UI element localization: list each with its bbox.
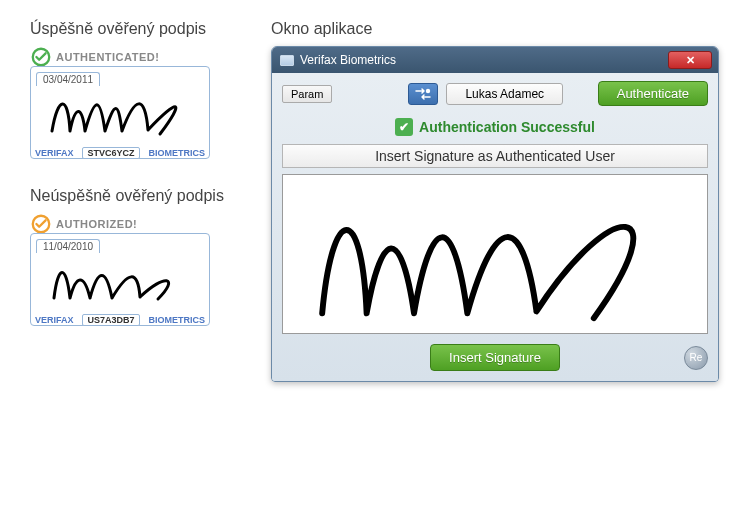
signature-icon bbox=[37, 86, 203, 141]
signature-date: 03/04/2011 bbox=[36, 72, 100, 86]
app-window: Verifax Biometrics ✕ Param Lukas Adamec … bbox=[271, 46, 719, 382]
authenticate-button[interactable]: Authenticate bbox=[598, 81, 708, 106]
auth-status: ✔ Authentication Successful bbox=[282, 118, 708, 136]
user-button[interactable]: Lukas Adamec bbox=[446, 83, 563, 105]
app-window-title-label: Okno aplikace bbox=[271, 20, 719, 38]
signature-code: US7A3DB7 bbox=[82, 314, 139, 326]
auth-status-text: Authentication Successful bbox=[419, 119, 595, 135]
check-ring-icon bbox=[30, 46, 52, 68]
re-button[interactable]: Re bbox=[684, 346, 708, 370]
insert-label-bar: Insert Signature as Authenticated User bbox=[282, 144, 708, 168]
badge-label: AUTHENTICATED! bbox=[56, 51, 159, 63]
brand-right: BIOMETRICS bbox=[148, 315, 205, 325]
window-icon bbox=[280, 55, 294, 66]
window-title: Verifax Biometrics bbox=[300, 53, 662, 67]
badge-label: AUTHORIZED! bbox=[56, 218, 137, 230]
titlebar[interactable]: Verifax Biometrics ✕ bbox=[272, 47, 718, 73]
signature-code: STVC6YCZ bbox=[82, 147, 139, 159]
signature-card-authorized: AUTHORIZED! 11/04/2010 VERIFAX US7A3DB7 … bbox=[30, 213, 210, 326]
svg-point-2 bbox=[426, 88, 430, 92]
check-ring-icon bbox=[30, 213, 52, 235]
success-title: Úspěšně ověřený podpis bbox=[30, 20, 241, 38]
brand-left: VERIFAX bbox=[35, 148, 74, 158]
signature-icon bbox=[37, 253, 203, 308]
brand-right: BIOMETRICS bbox=[148, 148, 205, 158]
signature-canvas[interactable] bbox=[282, 174, 708, 334]
signature-card-authenticated: AUTHENTICATED! 03/04/2011 VERIFAX STVC6Y… bbox=[30, 46, 210, 159]
swap-icon bbox=[414, 87, 432, 101]
signature-date: 11/04/2010 bbox=[36, 239, 100, 253]
param-button[interactable]: Param bbox=[282, 85, 332, 103]
check-icon: ✔ bbox=[395, 118, 413, 136]
insert-signature-button[interactable]: Insert Signature bbox=[430, 344, 560, 371]
swap-user-button[interactable] bbox=[408, 83, 438, 105]
brand-left: VERIFAX bbox=[35, 315, 74, 325]
fail-title: Neúspěšně ověřený podpis bbox=[30, 187, 241, 205]
close-button[interactable]: ✕ bbox=[668, 51, 712, 69]
